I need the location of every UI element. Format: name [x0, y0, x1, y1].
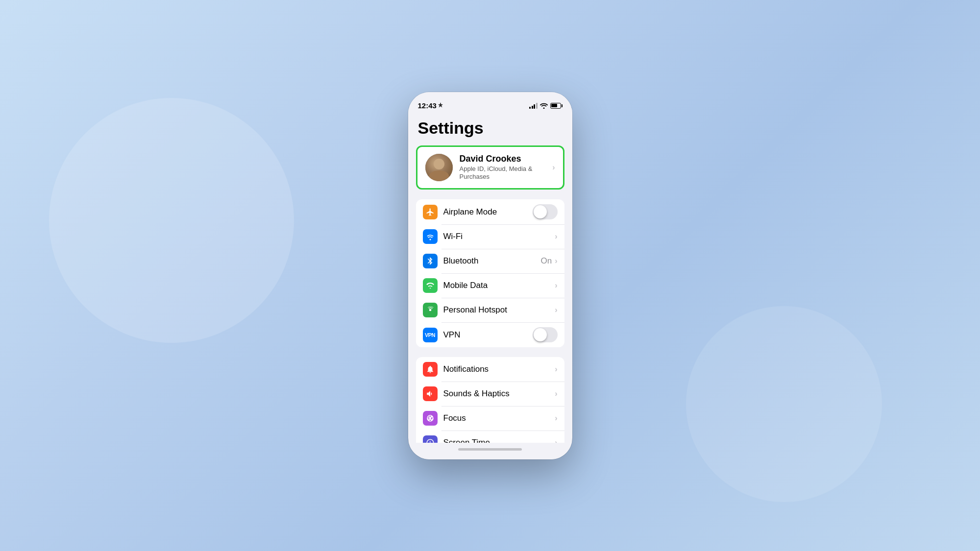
focus-svg: [426, 414, 435, 423]
screen-time-chevron: ›: [555, 438, 557, 442]
wifi-settings-icon: [423, 229, 438, 244]
page-title: Settings: [408, 114, 572, 145]
vpn-icon: VPN: [423, 328, 438, 342]
sounds-icon: [423, 386, 438, 401]
airplane-mode-label: Airplane Mode: [443, 207, 533, 217]
mobile-data-svg: [426, 281, 435, 290]
bluetooth-svg: [426, 257, 435, 265]
battery-icon: [550, 103, 563, 109]
bluetooth-chevron: ›: [555, 257, 557, 265]
settings-content: Settings David Crookes Apple ID, iCloud,…: [408, 114, 572, 443]
home-bar: [458, 448, 522, 451]
signal-bar-4: [536, 103, 538, 109]
iphone-frame: 12:43: [408, 92, 572, 459]
notifications-row[interactable]: Notifications ›: [416, 357, 564, 382]
signal-bar-2: [532, 106, 533, 109]
bluetooth-value: On: [540, 256, 552, 266]
profile-card[interactable]: David Crookes Apple ID, iCloud, Media & …: [416, 145, 564, 190]
notifications-section: Notifications › Sounds & Haptics ›: [416, 357, 564, 442]
notifications-chevron: ›: [555, 365, 557, 374]
wifi-label: Wi-Fi: [443, 232, 555, 241]
status-bar: 12:43: [408, 92, 572, 114]
screen-time-label: Screen Time: [443, 438, 555, 442]
wifi-row[interactable]: Wi-Fi ›: [416, 224, 564, 249]
notifications-icon: [423, 362, 438, 377]
avatar: [425, 154, 453, 181]
bluetooth-row[interactable]: Bluetooth On ›: [416, 249, 564, 273]
notifications-label: Notifications: [443, 364, 555, 374]
profile-subtitle: Apple ID, iCloud, Media & Purchases: [460, 165, 546, 182]
focus-label: Focus: [443, 413, 555, 423]
hotspot-svg: [426, 306, 435, 314]
focus-icon: [423, 411, 438, 426]
airplane-svg: [426, 208, 435, 216]
mobile-data-chevron: ›: [555, 281, 557, 290]
sounds-svg: [426, 389, 435, 398]
focus-chevron: ›: [555, 414, 557, 423]
mobile-data-icon: [423, 278, 438, 293]
personal-hotspot-icon: [423, 303, 438, 317]
mobile-data-label: Mobile Data: [443, 281, 555, 290]
home-indicator: [408, 443, 572, 459]
screen-time-svg: [426, 438, 435, 442]
screen-time-row[interactable]: Screen Time ›: [416, 431, 564, 442]
vpn-label: VPN: [443, 330, 533, 340]
airplane-mode-row[interactable]: Airplane Mode: [416, 199, 564, 224]
profile-chevron: ›: [552, 163, 555, 172]
airplane-mode-toggle[interactable]: [533, 204, 558, 219]
profile-name: David Crookes: [460, 154, 546, 164]
signal-bars: [529, 103, 538, 109]
sounds-haptics-label: Sounds & Haptics: [443, 389, 555, 399]
vpn-toggle[interactable]: [533, 327, 558, 342]
bluetooth-icon: [423, 254, 438, 268]
connectivity-section: Airplane Mode Wi-Fi ›: [416, 199, 564, 347]
bluetooth-label: Bluetooth: [443, 256, 541, 266]
wifi-icon: [540, 103, 548, 109]
notifications-svg: [426, 365, 435, 374]
personal-hotspot-chevron: ›: [555, 306, 557, 314]
sounds-haptics-row[interactable]: Sounds & Haptics ›: [416, 382, 564, 406]
personal-hotspot-label: Personal Hotspot: [443, 305, 555, 315]
status-time: 12:43: [418, 101, 443, 110]
screen-time-icon: [423, 435, 438, 442]
airplane-mode-knob: [534, 205, 547, 218]
status-icons: [529, 103, 563, 109]
airplane-mode-icon: [423, 205, 438, 219]
signal-bar-3: [534, 104, 535, 109]
wifi-settings-svg: [426, 232, 435, 241]
focus-row[interactable]: Focus ›: [416, 406, 564, 431]
profile-info: David Crookes Apple ID, iCloud, Media & …: [460, 154, 546, 182]
mobile-data-row[interactable]: Mobile Data ›: [416, 273, 564, 298]
vpn-row[interactable]: VPN VPN: [416, 322, 564, 347]
personal-hotspot-row[interactable]: Personal Hotspot ›: [416, 298, 564, 322]
wifi-chevron: ›: [555, 232, 557, 241]
location-icon: [438, 102, 443, 109]
vpn-knob: [534, 328, 547, 341]
sounds-chevron: ›: [555, 389, 557, 398]
signal-bar-1: [529, 107, 531, 109]
